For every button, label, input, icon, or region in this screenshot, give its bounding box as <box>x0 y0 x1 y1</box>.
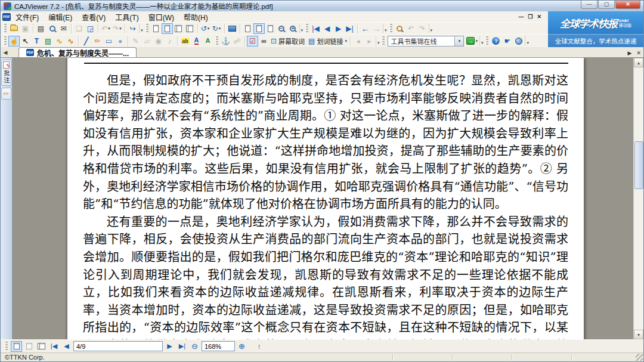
highlight-button[interactable]: ab <box>179 36 191 47</box>
undo-button[interactable]: ↶▾ <box>100 23 112 34</box>
word-link-button[interactable]: ▤划词链接▾ <box>307 36 348 47</box>
toolbar-grip[interactable] <box>485 36 488 45</box>
toolbar-grip[interactable] <box>389 24 392 33</box>
toolbar-grip[interactable] <box>215 36 218 45</box>
toolbar-grip[interactable] <box>145 24 148 33</box>
toolbar-overflow-button[interactable]: ▾ <box>139 24 143 33</box>
toolbar-overflow-button[interactable]: ▾ <box>383 24 387 33</box>
website-button[interactable] <box>513 36 524 47</box>
first-page-button[interactable]: |◀ <box>310 23 321 34</box>
maximize-button[interactable]: ▢ <box>598 1 615 9</box>
toolbar-grip[interactable] <box>4 24 7 33</box>
zoom-in-tool-button[interactable]: + <box>287 23 299 34</box>
stamp-button[interactable]: ◉ <box>153 36 164 47</box>
toolbar-overflow-button[interactable]: ▾ <box>376 36 380 45</box>
print-button[interactable]: ▤ <box>35 23 47 34</box>
hand-tool-button[interactable]: ☝ <box>8 36 20 47</box>
document-tab[interactable]: PDF 危机、复苏与制度失灵——... <box>18 47 137 57</box>
continuous-page-button[interactable] <box>162 23 173 34</box>
shape-annotation-button[interactable]: ▱ <box>141 36 153 47</box>
annotation-panel-tab[interactable]: 批注 <box>1 60 11 86</box>
snapshot-button[interactable]: ◲ <box>85 23 96 34</box>
tab-scroll-right-button[interactable]: ▶ <box>628 50 632 56</box>
menu-file[interactable]: 文件(F) <box>11 11 44 23</box>
fit-width-button[interactable] <box>242 23 253 34</box>
history-redo-button[interactable]: ↷ <box>417 23 428 34</box>
annotation-pencil-button[interactable]: ✏ <box>1 88 11 100</box>
book-view-button[interactable] <box>184 23 196 34</box>
pdf-page[interactable]: 但是，假如政府不干预自发形成的制度，是否会有经济危机发生呢？显然，凯恩斯对这个问… <box>67 58 584 339</box>
mail-button[interactable]: ✉ <box>58 23 69 34</box>
cnki-banner[interactable]: 全球学术快报 cnki 移动版 全球文献整合，学术热点速递 <box>548 11 643 47</box>
toolbar-grip[interactable] <box>5 342 8 351</box>
line-tool-button[interactable]: ╱ <box>80 36 92 47</box>
vertical-scrollbar[interactable]: ▲ ▼ <box>633 58 643 339</box>
menu-help[interactable]: 帮助(H) <box>179 11 213 23</box>
view-mode-2-button[interactable] <box>23 341 35 352</box>
ellipse-tool-button[interactable]: ● <box>114 36 126 47</box>
tab-scroll-left-button[interactable]: ◀ <box>1 48 10 57</box>
rotate-right-button[interactable]: ↻▾ <box>211 23 222 34</box>
toolbar-overflow-button[interactable]: ▾ <box>479 36 484 45</box>
print-preview-button[interactable] <box>47 23 58 34</box>
anchor-button[interactable]: ⚓ <box>220 36 231 47</box>
scroll-up-arrow[interactable]: ▲ <box>634 58 643 67</box>
copy-button[interactable]: ❏ <box>73 23 85 34</box>
actual-size-button[interactable] <box>265 23 276 34</box>
pencil-tool-button[interactable]: ✏ <box>92 36 103 47</box>
facing-pages-button[interactable] <box>173 23 184 34</box>
first-page-button[interactable]: |◀ <box>48 341 60 352</box>
toolbar-grip[interactable] <box>4 36 7 45</box>
next-page-button[interactable]: ▶ <box>164 341 175 352</box>
last-page-button[interactable]: ▶| <box>177 341 188 352</box>
close-button[interactable]: ✕ <box>615 1 640 9</box>
menu-window[interactable]: 窗口(W) <box>144 11 179 23</box>
minimize-button[interactable]: — <box>581 1 597 9</box>
rotate-left-button[interactable]: ↺▾ <box>200 23 211 34</box>
reading-glasses-button[interactable]: ∞ <box>258 36 270 47</box>
zoom-level-input[interactable] <box>202 341 235 351</box>
go-button[interactable]: →▾ <box>465 36 479 47</box>
previous-page-button[interactable]: ◀ <box>61 341 72 352</box>
toolbar-grip[interactable] <box>382 36 385 45</box>
scroll-down-arrow[interactable]: ▼ <box>634 330 643 339</box>
text-color-button[interactable]: A <box>191 36 202 47</box>
prev-result-button[interactable]: ◂ <box>352 36 364 47</box>
menu-edit[interactable]: 编辑(E) <box>44 11 77 23</box>
next-result-button[interactable]: ▸ <box>364 36 375 47</box>
redo-button[interactable]: ↷▾ <box>112 23 123 34</box>
curve-tool-button[interactable]: ∿ <box>54 36 65 47</box>
single-page-button[interactable] <box>150 23 162 34</box>
zoom-in-button[interactable]: ⊕ <box>236 341 247 352</box>
mdi-restore-button[interactable]: ❐ <box>528 14 532 20</box>
toolbar-grip[interactable] <box>305 24 308 33</box>
history-undo-button[interactable]: ↶ <box>405 23 417 34</box>
page-number-input[interactable] <box>73 341 163 351</box>
scrollbar-thumb[interactable] <box>634 141 643 189</box>
context-help-button[interactable]: ☛ <box>501 36 513 47</box>
toolbar-overflow-button[interactable]: ▾ <box>525 36 529 45</box>
menu-tools[interactable]: 工具(T) <box>110 11 143 23</box>
mdi-minimize-button[interactable]: — <box>518 14 524 20</box>
previous-page-button[interactable]: ◀ <box>321 23 333 34</box>
export-button[interactable]: ↪ <box>127 23 138 34</box>
fullscreen-button[interactable] <box>227 23 238 34</box>
help-button[interactable]: ? <box>490 36 501 47</box>
select-tool-button[interactable]: ↖ <box>20 36 31 47</box>
resize-grip[interactable] <box>636 354 643 361</box>
zoom-out-button[interactable]: ⊖ <box>189 341 200 352</box>
view-back-button[interactable]: ← <box>360 23 371 34</box>
sound-note-button[interactable]: ♪ <box>164 36 175 47</box>
save-button[interactable]: ▣ <box>20 23 31 34</box>
toolbar-overflow-button[interactable]: ▾ <box>429 24 433 33</box>
reference-combobox[interactable]: 工具书集锦在线 ▾ <box>388 36 464 47</box>
view-mode-3-button[interactable] <box>36 341 47 352</box>
last-page-button[interactable]: ▶| <box>344 23 355 34</box>
link-button[interactable]: ☍ <box>231 36 243 47</box>
combobox-dropdown-button[interactable]: ▾ <box>454 36 463 46</box>
toolbar-overflow-button[interactable]: ▾ <box>299 24 304 33</box>
screen-capture-button[interactable]: ⊡屏幕取词 <box>270 36 307 47</box>
ocr-button[interactable]: ☑ <box>247 36 258 47</box>
text-select-button[interactable]: T <box>31 36 42 47</box>
fit-page-button[interactable] <box>253 23 265 34</box>
